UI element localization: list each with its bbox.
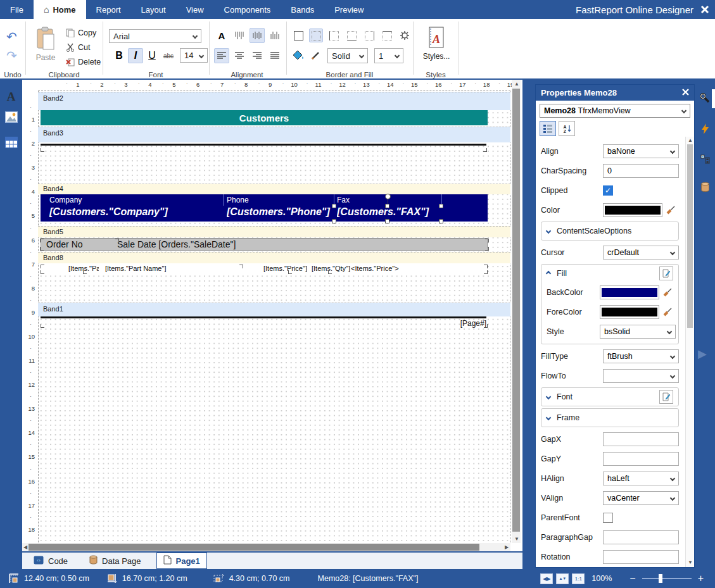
band1-line-object[interactable] [41, 316, 486, 318]
italic-button[interactable]: I [128, 48, 143, 63]
band1-header[interactable]: Band1 [38, 303, 510, 316]
edit-expression-button[interactable] [659, 390, 673, 404]
zoom-out-button[interactable]: − [623, 573, 642, 584]
fill-color-button[interactable] [291, 48, 305, 62]
tab-page1[interactable]: Page1 [156, 553, 207, 569]
delete-button[interactable]: Delete [66, 56, 101, 68]
band3-line-object[interactable] [41, 144, 486, 146]
zoom-100-icon[interactable]: 1:1 [572, 573, 585, 584]
color-picker-brush-icon[interactable] [666, 205, 676, 215]
band1-page-number-field[interactable]: [Page#] [438, 319, 486, 328]
property-color-BackColor[interactable] [600, 285, 659, 299]
valign-top-button[interactable] [232, 28, 247, 43]
property-color-Color[interactable] [603, 203, 662, 217]
border-top-button[interactable] [380, 28, 394, 42]
report-tree-tool[interactable] [697, 151, 713, 167]
selection-handle[interactable] [439, 204, 443, 208]
band4-company-field[interactable]: [Customers."Company"] [49, 206, 220, 218]
data-dictionary-tool[interactable] [697, 178, 713, 195]
band5-group-block[interactable]: Order No Sale Date [Orders."SaleDate"] [41, 238, 488, 251]
alphabetical-view-button[interactable]: A Z [559, 121, 575, 136]
property-value-ParagraphGap[interactable] [603, 530, 679, 544]
border-style-select[interactable]: Solid [327, 48, 368, 63]
categorized-view-button[interactable] [540, 121, 556, 136]
property-value-VAlign[interactable]: vaCenter [603, 491, 679, 505]
selection-handle[interactable] [385, 219, 389, 223]
border-right-button[interactable] [362, 28, 376, 42]
band3-header[interactable]: Band3 [38, 127, 510, 142]
fit-width-icon[interactable]: ◀▶ [540, 573, 553, 584]
valign-bottom-button[interactable] [267, 28, 282, 43]
picture-object-tool[interactable] [0, 108, 22, 127]
property-checkbox-ParentFont[interactable] [603, 513, 613, 523]
menu-preview[interactable]: Preview [324, 0, 374, 19]
menu-home[interactable]: ⌂Home [34, 0, 86, 19]
align-right-button[interactable] [250, 48, 265, 63]
panel-expander-icon[interactable]: ▶ [698, 347, 707, 361]
band8-header[interactable]: Band8 [38, 252, 510, 263]
report-canvas[interactable]: 1·2·3·4·5·6·7·8·9·10·11·12·13·14·15·16·1… [22, 80, 522, 551]
tab-data-page[interactable]: Data Page [83, 553, 147, 569]
band5-header[interactable]: Band5 [38, 226, 510, 237]
property-value-FillType[interactable]: ftBrush [603, 349, 679, 363]
selection-handle[interactable] [439, 219, 443, 223]
menu-file[interactable]: File [0, 0, 34, 19]
table-object-tool[interactable] [0, 133, 22, 152]
line-color-button[interactable] [309, 48, 323, 62]
border-all-button[interactable] [291, 28, 305, 42]
menu-layout[interactable]: Layout [131, 0, 176, 19]
band5-orderno-text[interactable]: Order No [46, 239, 83, 249]
paste-button[interactable]: Paste [33, 27, 58, 62]
canvas-vertical-scrollbar[interactable]: ▲ ▼ [512, 80, 521, 543]
menu-bands[interactable]: Bands [281, 0, 324, 19]
color-picker-brush-icon[interactable] [662, 307, 673, 317]
band4-fax-field[interactable]: [Customers."FAX"] [337, 206, 442, 218]
property-value-Style[interactable]: bsSolid [600, 325, 676, 339]
band8-total-field[interactable]: <Items."Price"> [351, 265, 399, 272]
property-checkbox-Clipped[interactable]: ✓ [603, 185, 613, 196]
selection-handle[interactable] [385, 204, 389, 208]
edit-expression-button[interactable] [659, 266, 673, 280]
section-header-Fill[interactable]: Fill [541, 265, 678, 282]
property-value-Cursor[interactable]: crDefault [603, 246, 679, 260]
band5-saledate-field[interactable]: Sale Date [Orders."SaleDate"] [117, 239, 236, 249]
redo-button[interactable]: ↷ [6, 49, 17, 62]
close-icon[interactable] [700, 4, 710, 15]
band4-phone-field[interactable]: [Customers."Phone"] [227, 206, 332, 218]
menu-view[interactable]: View [176, 0, 214, 19]
band4-col3-header[interactable]: Fax [337, 196, 350, 204]
section-header-ContentScaleOptions[interactable]: ContentScaleOptions [541, 222, 678, 240]
align-center-button[interactable] [232, 48, 247, 63]
zoom-slider[interactable] [642, 578, 692, 579]
property-value-Rotation[interactable] [603, 550, 679, 564]
zoom-in-button[interactable]: + [692, 573, 710, 584]
property-color-ForeColor[interactable] [600, 305, 659, 319]
selection-handle[interactable] [332, 219, 336, 223]
border-none-button[interactable] [309, 28, 323, 42]
fit-height-icon[interactable]: ▲▼ [556, 573, 569, 584]
property-value-FlowTo[interactable] [603, 369, 679, 383]
valign-center-button[interactable] [250, 28, 265, 43]
font-color-button[interactable]: A [214, 28, 229, 43]
border-left-button[interactable] [327, 28, 341, 42]
band8-price-field[interactable]: [Items."Price"] [263, 265, 307, 272]
band2-header[interactable]: Band2 [38, 92, 510, 110]
band4-col1-header[interactable]: Company [49, 196, 82, 204]
tab-code[interactable]: ‹› Code [27, 553, 74, 569]
text-object-tool[interactable]: A [0, 87, 22, 106]
section-header-Font[interactable]: Font [541, 388, 678, 406]
menu-components[interactable]: Components [214, 0, 281, 19]
styles-button[interactable]: A Styles... [419, 27, 453, 61]
copy-button[interactable]: Copy [66, 27, 96, 39]
properties-panel-tool[interactable] [697, 90, 713, 106]
band4-data-block[interactable]: Company Phone Fax [Customers."Company"] … [41, 194, 488, 222]
property-value-GapY[interactable] [603, 452, 679, 466]
color-picker-brush-icon[interactable] [662, 287, 673, 297]
property-value-GapX[interactable] [603, 432, 679, 446]
band4-header[interactable]: Band4 [38, 184, 510, 194]
cut-button[interactable]: Cut [66, 41, 90, 54]
properties-close-icon[interactable] [682, 88, 689, 97]
zoom-slider-handle[interactable] [659, 574, 662, 583]
band2-title-object[interactable]: Customers [41, 110, 488, 125]
border-settings-button[interactable] [398, 28, 412, 42]
